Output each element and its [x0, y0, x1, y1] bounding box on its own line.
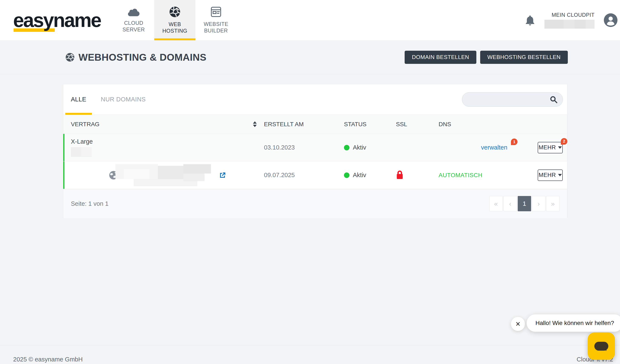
pagination-controls: « ‹ 1 › »: [489, 196, 559, 211]
nav-label: WEB HOSTING: [162, 21, 187, 34]
nav-item-website-builder[interactable]: WEBSITE BUILDER: [195, 0, 237, 40]
close-icon: ×: [516, 319, 520, 329]
account-name-redacted: [544, 20, 595, 29]
website-builder-icon: [211, 6, 221, 17]
easyname-logo[interactable]: easyname: [13, 9, 101, 31]
created-date: 03.10.2023: [264, 144, 344, 151]
cloud-icon: [127, 7, 140, 16]
notifications-bell-icon[interactable]: [525, 15, 535, 26]
page-title: WEBHOSTING & DOMAINS: [78, 52, 206, 63]
status-cell: Aktiv: [344, 144, 396, 151]
external-link-icon[interactable]: [219, 172, 226, 178]
status-label: Aktiv: [353, 144, 366, 151]
status-dot-green: [344, 145, 349, 150]
chat-greeting-bubble[interactable]: Hallo! Wie können wir helfen?: [527, 314, 620, 332]
notification-badge: 1: [511, 138, 517, 145]
sort-toggle-icon[interactable]: [253, 121, 257, 127]
contract-name: X-Large: [71, 138, 264, 145]
copyright-text: 2025 © easyname GmbH: [13, 356, 83, 363]
search-input[interactable]: [462, 92, 563, 107]
column-header-dns: DNS: [439, 121, 481, 128]
dns-cell: AUTOMATISCH: [439, 172, 481, 179]
main-navigation: CLOUD SERVER WEB HOSTING: [113, 0, 237, 40]
column-header-status: STATUS: [344, 121, 396, 128]
top-header: easyname CLOUD SERVER: [0, 0, 620, 40]
domain-cell: [63, 164, 264, 186]
more-cell: MEHR: [538, 169, 568, 181]
card-tabs-bar: ALLE NUR DOMAINS: [63, 84, 567, 115]
webhosting-globe-icon: [65, 53, 75, 62]
status-label: Aktiv: [353, 172, 366, 179]
contract-cell: X-Large: [63, 138, 264, 157]
page-summary: Seite: 1 von 1: [71, 200, 108, 207]
account-menu[interactable]: MEIN CLOUDPIT: [544, 12, 595, 29]
mehr-dropdown-button[interactable]: MEHR: [538, 169, 563, 181]
title-actions: DOMAIN BESTELLEN WEBHOSTING BESTELLEN: [405, 51, 568, 64]
nav-item-cloud-server[interactable]: CLOUD SERVER: [113, 0, 154, 40]
column-header-erstellt-am: ERSTELLT AM: [264, 121, 344, 128]
chat-close-button[interactable]: ×: [511, 317, 525, 331]
column-header-vertrag: VERTRAG: [63, 121, 264, 128]
footer-divider: [0, 345, 620, 345]
contracts-card: ALLE NUR DOMAINS VERTRAG ERSTELLT AM STA…: [63, 84, 567, 218]
logo-text: easyname: [13, 9, 101, 31]
chat-bubble-icon: [594, 342, 608, 351]
account-label: MEIN CLOUDPIT: [552, 12, 595, 18]
chevron-down-icon: [558, 174, 562, 176]
verwalten-link[interactable]: verwalten: [481, 144, 507, 151]
dns-automatisch-label: AUTOMATISCH: [439, 172, 482, 178]
nav-item-web-hosting[interactable]: WEB HOSTING: [154, 0, 195, 40]
chevron-down-icon: [558, 146, 562, 149]
last-page-button[interactable]: »: [546, 196, 559, 211]
user-icon: [604, 13, 618, 27]
tab-nur-domains[interactable]: NUR DOMAINS: [93, 84, 153, 115]
search-icon[interactable]: [550, 96, 558, 103]
order-domain-button[interactable]: DOMAIN BESTELLEN: [405, 51, 476, 64]
created-date: 09.07.2025: [264, 172, 344, 179]
next-page-button[interactable]: ›: [532, 196, 545, 211]
chat-launcher-button[interactable]: [588, 333, 615, 360]
page-title-band: WEBHOSTING & DOMAINS DOMAIN BESTELLEN WE…: [0, 40, 620, 74]
search-box: [462, 92, 563, 107]
manage-cell: verwalten 1: [481, 144, 538, 151]
table-row-domain: 09.07.2025 Aktiv AUTOMATISCH MEHR: [63, 161, 567, 189]
page-title-wrap: WEBHOSTING & DOMAINS: [65, 52, 206, 63]
nav-label: CLOUD SERVER: [123, 20, 145, 33]
ssl-cell: [396, 170, 439, 180]
prev-page-button[interactable]: ‹: [504, 196, 517, 211]
tab-alle[interactable]: ALLE: [65, 84, 92, 115]
pagination-bar: Seite: 1 von 1 « ‹ 1 › »: [63, 189, 567, 218]
first-page-button[interactable]: «: [489, 196, 503, 211]
page-1-button[interactable]: 1: [518, 196, 531, 211]
header-right: MEIN CLOUDPIT: [525, 12, 620, 29]
globe-icon: [169, 6, 181, 18]
more-cell: MEHR 2: [538, 142, 568, 153]
avatar[interactable]: [604, 13, 618, 27]
mehr-dropdown-button[interactable]: MEHR: [538, 142, 563, 153]
status-dot-green: [344, 172, 349, 178]
domain-name-redacted: [115, 164, 215, 186]
notification-badge: 2: [561, 138, 567, 145]
table-header-row: VERTRAG ERSTELLT AM STATUS SSL DNS: [63, 115, 567, 134]
nav-label: WEBSITE BUILDER: [204, 21, 228, 34]
column-header-ssl: SSL: [396, 121, 439, 128]
status-cell: Aktiv: [344, 172, 396, 179]
contract-id-redacted: [71, 147, 92, 157]
order-webhosting-button[interactable]: WEBHOSTING BESTELLEN: [480, 51, 568, 64]
ssl-lock-icon: [396, 170, 403, 180]
table-row-hosting-contract: X-Large 03.10.2023 Aktiv verwalten 1 MEH…: [63, 134, 567, 161]
